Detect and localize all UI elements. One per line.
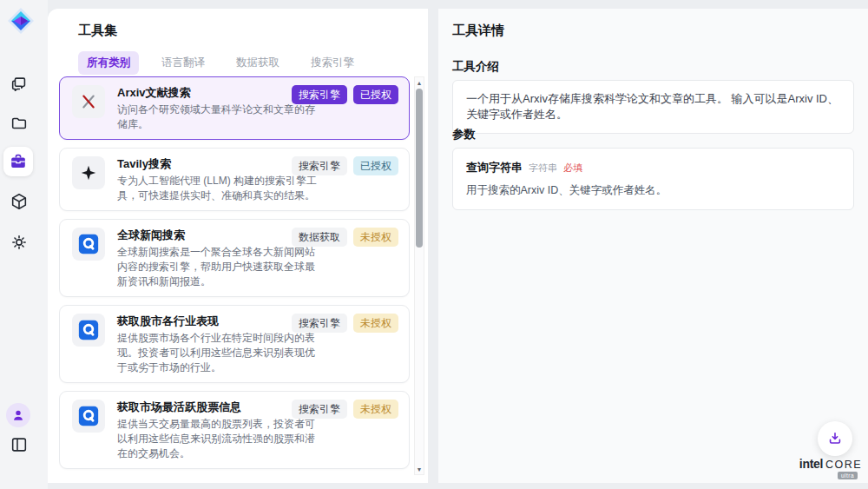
tool-card-global-news[interactable]: 全球新闻搜索 全球新闻搜索是一个聚合全球各大新闻网站内容的搜索引擎，帮助用户快速…: [59, 219, 410, 297]
intel-core-logo: intel core ultra: [799, 457, 862, 479]
tab-search-engine[interactable]: 搜索引擎: [302, 51, 363, 75]
quark-icon: [72, 400, 105, 433]
tab-data-acquisition[interactable]: 数据获取: [227, 51, 288, 75]
auth-status-badge: 未授权: [353, 400, 398, 419]
ultra-badge: ultra: [838, 472, 858, 479]
tool-description: 提供股票市场各个行业在特定时间段内的表现。投资者可以利用这些信息来识别表现优于或…: [117, 331, 323, 375]
chat-icon[interactable]: [10, 75, 29, 94]
list-scrollbar[interactable]: ▲ ▼: [414, 76, 424, 475]
quark-icon: [72, 228, 105, 261]
folder-icon[interactable]: [10, 114, 29, 133]
tool-description: 提供当天交易量最高的股票列表，投资者可以利用这些信息来识别流动性强的股票和潜在的…: [117, 417, 323, 461]
auth-status-badge: 未授权: [353, 228, 398, 247]
tool-detail-panel: 工具详情 工具介绍 一个用于从Arxiv存储库搜索科学论文和文章的工具。 输入可…: [438, 9, 868, 483]
scroll-down-icon[interactable]: ▼: [415, 464, 424, 474]
tool-description: 访问各个研究领域大量科学论文和文章的存储库。: [117, 102, 323, 132]
panel-toggle-icon[interactable]: [10, 435, 29, 454]
tool-card-most-active-stocks[interactable]: 获取市场最活跃股票信息 提供当天交易量最高的股票列表，投资者可以利用这些信息来识…: [59, 391, 410, 469]
scroll-up-icon[interactable]: ▲: [415, 77, 424, 88]
cube-icon[interactable]: [10, 192, 29, 211]
left-rail: [0, 0, 48, 489]
tool-intro-heading: 工具介绍: [452, 59, 499, 75]
auth-status-badge: 已授权: [353, 85, 398, 104]
param-name: 查询字符串: [466, 160, 523, 175]
download-button[interactable]: [818, 421, 852, 456]
user-avatar[interactable]: [6, 403, 30, 427]
category-badge: 搜索引擎: [292, 314, 347, 333]
tool-card-arxiv[interactable]: Arxiv文献搜索 访问各个研究领域大量科学论文和文章的存储库。 搜索引擎 已授…: [59, 76, 410, 140]
tool-card-sector-performance[interactable]: 获取股市各行业表现 提供股票市场各个行业在特定时间段内的表现。投资者可以利用这些…: [59, 305, 410, 383]
download-icon: [826, 430, 844, 447]
core-wordmark: core: [825, 459, 862, 471]
app-window: 工具集 所有类别 语言翻译 数据获取 搜索引擎 Arxiv文献搜索: [0, 0, 868, 489]
scrollbar-thumb[interactable]: [416, 89, 423, 248]
params-heading: 参数: [452, 127, 476, 142]
category-badge: 搜索引擎: [292, 85, 347, 104]
category-badge: 搜索引擎: [292, 156, 347, 175]
sparkle-icon: [72, 156, 105, 189]
tab-language-translation[interactable]: 语言翻译: [153, 51, 214, 75]
gear-icon[interactable]: [10, 233, 29, 252]
tool-description: 专为人工智能代理 (LLM) 构建的搜索引擎工具，可快速提供实时、准确和真实的结…: [117, 174, 323, 203]
tool-card-list: Arxiv文献搜索 访问各个研究领域大量科学论文和文章的存储库。 搜索引擎 已授…: [59, 76, 410, 475]
toolbox-icon[interactable]: [3, 147, 33, 176]
param-required-flag: 必填: [563, 162, 582, 175]
tool-list-title: 工具集: [78, 23, 117, 39]
category-badge: 数据获取: [292, 228, 347, 247]
tool-detail-title: 工具详情: [452, 23, 504, 39]
category-tabs: 所有类别 语言翻译 数据获取 搜索引擎: [78, 51, 363, 75]
tool-list-panel: 工具集 所有类别 语言翻译 数据获取 搜索引擎 Arxiv文献搜索: [48, 9, 428, 483]
param-card: 查询字符串 字符串 必填 用于搜索的Arxiv ID、关键字或作者姓名。: [452, 148, 854, 210]
tool-card-tavily[interactable]: Tavily搜索 专为人工智能代理 (LLM) 构建的搜索引擎工具，可快速提供实…: [59, 148, 410, 211]
tool-intro-text: 一个用于从Arxiv存储库搜索科学论文和文章的工具。 输入可以是Arxiv ID…: [452, 80, 854, 134]
auth-status-badge: 已授权: [353, 156, 398, 175]
arxiv-icon: [72, 85, 105, 118]
intel-wordmark: intel: [799, 457, 823, 471]
tab-all-categories[interactable]: 所有类别: [78, 51, 139, 75]
auth-status-badge: 未授权: [353, 314, 398, 333]
param-description: 用于搜索的Arxiv ID、关键字或作者姓名。: [466, 183, 840, 198]
category-badge: 搜索引擎: [292, 400, 347, 419]
quark-icon: [72, 314, 105, 347]
app-logo-icon: [5, 5, 36, 36]
tool-description: 全球新闻搜索是一个聚合全球各大新闻网站内容的搜索引擎，帮助用户快速获取全球最新资…: [117, 245, 323, 289]
param-type: 字符串: [529, 162, 557, 175]
